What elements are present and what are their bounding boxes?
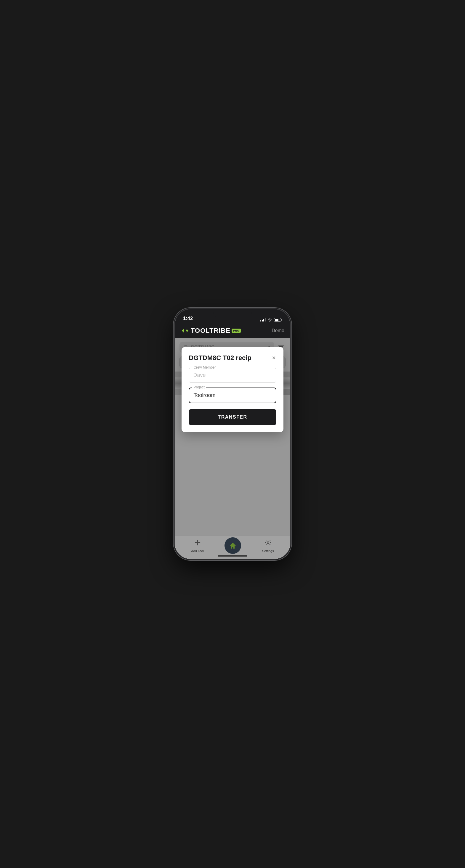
status-time: 1:42: [183, 316, 193, 321]
project-field: Project: [189, 388, 276, 403]
svg-rect-0: [184, 330, 186, 331]
transfer-modal: DGTDM8C T02 recip × Crew Member Project: [181, 347, 283, 432]
modal-header: DGTDM8C T02 recip ×: [189, 354, 276, 362]
modal-close-button[interactable]: ×: [271, 354, 276, 361]
screen-content: DGTDM8C × Category Crew Location: [175, 338, 290, 559]
wifi-icon: [267, 318, 272, 321]
crew-member-field: Crew Member: [189, 368, 276, 383]
logo-text: TOOLTRIBE: [191, 327, 230, 335]
status-icons: [260, 318, 282, 321]
crew-member-label: Crew Member: [192, 365, 217, 369]
modal-overlay: DGTDM8C T02 recip × Crew Member Project: [175, 338, 290, 559]
app-header: TOOLTRIBE PRO Demo: [175, 324, 290, 338]
project-input[interactable]: [189, 388, 276, 403]
modal-title: DGTDM8C T02 recip: [189, 354, 271, 362]
logo-icon: [181, 327, 190, 334]
signal-icon: [260, 318, 266, 321]
pro-badge: PRO: [232, 329, 241, 333]
crew-member-input[interactable]: [189, 368, 276, 383]
logo: TOOLTRIBE PRO: [181, 327, 241, 335]
transfer-button[interactable]: TRANSFER: [189, 409, 276, 425]
battery-icon: [274, 318, 282, 321]
project-label: Project: [192, 385, 206, 389]
demo-label: Demo: [271, 328, 284, 333]
home-indicator: [218, 555, 247, 557]
